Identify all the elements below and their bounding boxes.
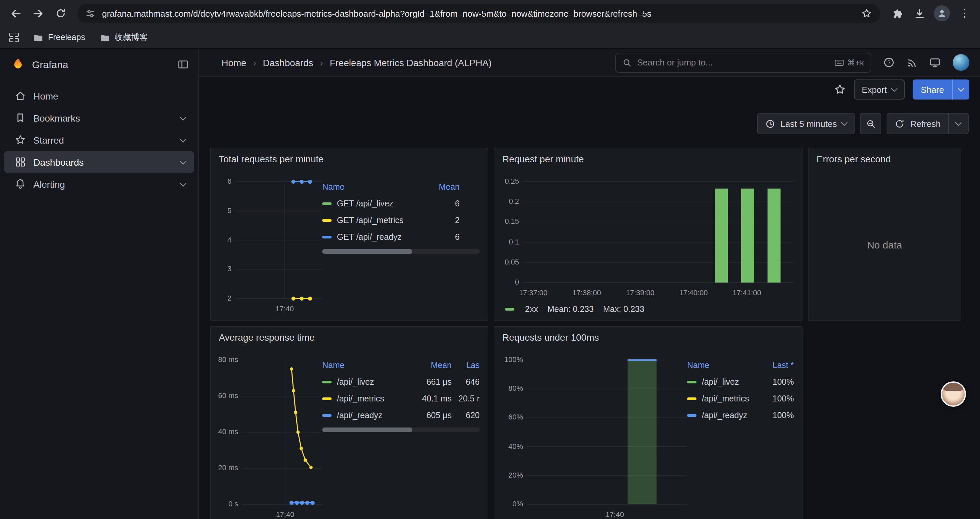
help-icon[interactable]: ? [883, 57, 895, 68]
series-name[interactable]: GET /api/_metrics [337, 216, 430, 225]
bookmark-item-blogs[interactable]: 收藏博客 [100, 32, 148, 43]
chevron-down-icon [841, 119, 848, 126]
menu-kebab-icon[interactable]: ⋮ [955, 3, 975, 23]
legend-row: /api/_readyz 100% [687, 407, 794, 423]
series-color-swatch [687, 414, 697, 417]
panel-title[interactable]: Request per minute [502, 153, 794, 167]
time-series-plot[interactable] [235, 176, 322, 303]
series-name[interactable]: 2xx [525, 305, 538, 314]
chevron-down-icon[interactable] [180, 136, 186, 142]
panel-average-response-time: Average response time 80 ms60 ms40 ms20 … [210, 326, 488, 519]
legend-header-mean[interactable]: Mean [413, 361, 452, 370]
x-axis: 17:37:0017:38:0017:39:0017:40:0017:41:00 [522, 287, 794, 297]
sidebar-item-bookmarks[interactable]: Bookmarks [4, 107, 194, 129]
search-input[interactable] [637, 57, 829, 67]
search-box[interactable]: ⌘+k [615, 53, 871, 72]
series-name[interactable]: /api/_livez [702, 377, 762, 386]
legend-row: /api/_metrics 100% [687, 390, 794, 407]
breadcrumb-current[interactable]: Freeleaps Metrics Dashboard (ALPHA) [329, 57, 492, 68]
panel-request-per-minute: Request per minute 0.250.20.150.10.050 1… [494, 148, 803, 321]
site-settings-icon[interactable] [85, 8, 95, 18]
legend-header-name[interactable]: Name [322, 361, 413, 370]
forward-button[interactable] [28, 3, 48, 23]
refresh-icon [895, 118, 905, 129]
legend-header-last[interactable]: Las [452, 361, 480, 370]
series-mean-value: 6 [430, 199, 460, 208]
legend-header-name[interactable]: Name [687, 361, 762, 370]
sidebar-item-label: Dashboards [33, 156, 84, 167]
url-bar[interactable]: grafana.mathmast.com/d/deytv4rwavabkb/fr… [77, 4, 880, 23]
sidebar-collapse-button[interactable] [177, 58, 189, 70]
breadcrumb: Home › Dashboards › Freeleaps Metrics Da… [221, 57, 492, 68]
assistant-avatar[interactable] [941, 382, 966, 407]
favorite-star-button[interactable] [834, 83, 846, 96]
series-name[interactable]: /api/_metrics [702, 394, 762, 403]
panel-title[interactable]: Total requests per minute [219, 153, 480, 167]
bar-chart-plot[interactable] [527, 355, 687, 508]
series-last-value: 20.5 r [452, 394, 480, 403]
refresh-button[interactable]: Refresh [887, 113, 969, 134]
series-name[interactable]: /api/_livez [337, 377, 413, 386]
legend-scrollbar[interactable] [322, 428, 480, 432]
series-last-value: 620 [452, 410, 480, 420]
series-name[interactable]: GET /api/_livez [337, 199, 430, 208]
series-name[interactable]: /api/_readyz [702, 410, 762, 420]
legend-row: /api/_livez 661 µs 646 [322, 374, 480, 390]
legend-row: GET /api/_metrics 2 [322, 212, 480, 228]
breadcrumb-separator: › [253, 57, 256, 68]
url-text[interactable]: grafana.mathmast.com/d/deytv4rwavabkb/fr… [102, 8, 854, 18]
sidebar-item-home[interactable]: Home [4, 85, 194, 107]
chevron-down-icon[interactable] [180, 180, 186, 186]
time-controls: Last 5 minutes Refresh [210, 113, 969, 134]
series-mean-value: 2 [430, 216, 460, 225]
series-name[interactable]: GET /api/_readyz [337, 232, 430, 241]
x-axis: 17:40 [235, 303, 322, 313]
apps-grid-icon[interactable] [10, 33, 19, 42]
dashboards-icon [15, 156, 26, 168]
legend-header-mean[interactable]: Mean [430, 182, 460, 192]
chart-area: 0.250.20.150.10.050 17:37:0017:38:0017:3… [502, 176, 794, 297]
scrollbar-thumb[interactable] [322, 249, 412, 254]
series-last-value: 100% [762, 394, 794, 403]
series-name[interactable]: /api/_readyz [337, 410, 413, 420]
bookmark-item-freeleaps[interactable]: Freeleaps [33, 33, 85, 42]
bookmark-star-icon[interactable] [861, 8, 872, 19]
grafana-logo[interactable] [11, 57, 25, 72]
zoom-out-button[interactable] [860, 113, 881, 134]
reload-button[interactable] [51, 3, 71, 23]
breadcrumb-home[interactable]: Home [221, 57, 247, 68]
time-series-plot[interactable] [242, 355, 322, 508]
panel-requests-under-100ms: Requests under 100ms 100%80%60%40%20%0% … [494, 326, 803, 519]
breadcrumb-dashboards[interactable]: Dashboards [263, 57, 313, 68]
time-range-button[interactable]: Last 5 minutes [757, 113, 855, 134]
series-name[interactable]: /api/_metrics [337, 394, 413, 403]
share-button[interactable]: Share [913, 80, 969, 99]
panel-title[interactable]: Average response time [219, 332, 480, 345]
sidebar-item-dashboards[interactable]: Dashboards [4, 151, 194, 173]
back-button[interactable] [5, 3, 25, 23]
panel-title[interactable]: Requests under 100ms [502, 332, 794, 345]
scrollbar-thumb[interactable] [322, 428, 412, 432]
chevron-down-icon[interactable] [180, 158, 186, 164]
monitor-icon[interactable] [929, 57, 941, 68]
user-avatar[interactable] [953, 54, 969, 71]
downloads-icon[interactable] [909, 3, 929, 23]
chevron-down-icon[interactable] [180, 113, 186, 120]
dashboard-content: Last 5 minutes Refresh [199, 102, 980, 519]
rss-icon[interactable] [907, 57, 917, 68]
panel-title[interactable]: Errors per second [816, 153, 953, 167]
sidebar-item-alerting[interactable]: Alerting [4, 173, 194, 195]
bookmark-label: 收藏博客 [115, 32, 148, 43]
panel-row: Average response time 80 ms60 ms40 ms20 … [210, 326, 969, 519]
legend-header-name[interactable]: Name [322, 182, 430, 192]
export-button[interactable]: Export [854, 80, 905, 99]
series-color-swatch [322, 235, 332, 238]
share-caret-button[interactable] [952, 80, 969, 99]
legend-header-last[interactable]: Last * [762, 361, 794, 370]
sidebar-item-starred[interactable]: Starred [4, 129, 194, 151]
refresh-interval-caret[interactable] [955, 119, 962, 126]
bar-chart-plot[interactable] [522, 176, 794, 287]
extensions-icon[interactable] [886, 3, 907, 23]
profile-avatar[interactable] [932, 3, 952, 23]
legend-scrollbar[interactable] [322, 249, 480, 254]
